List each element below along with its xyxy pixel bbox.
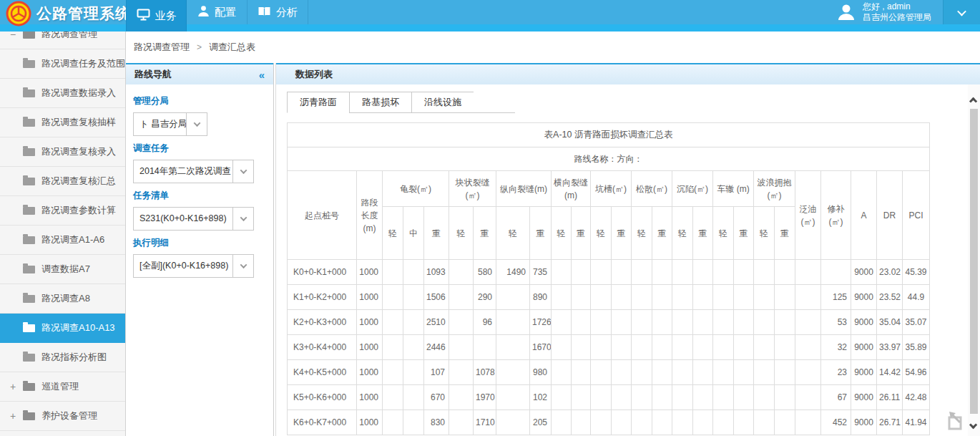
table-cell: 1000 — [357, 310, 383, 335]
severity-header: 中 — [403, 207, 424, 260]
table-cell — [449, 260, 474, 285]
tab-路基损坏[interactable]: 路基损坏 — [349, 92, 411, 113]
table-cell: 1000 — [357, 335, 383, 360]
column-header: 纵向裂缝(m) — [496, 171, 552, 207]
select-dropdown-button[interactable] — [186, 113, 207, 135]
scroll-up-button[interactable] — [968, 93, 980, 107]
tab-沿线设施[interactable]: 沿线设施 — [411, 92, 474, 113]
table-cell — [449, 410, 474, 435]
top-nav-配置[interactable]: 配置 — [187, 0, 248, 24]
sidebar-item-路况调查数据录入[interactable]: 路况调查数据录入 — [0, 79, 125, 108]
table-cell — [632, 360, 652, 385]
table-cell — [693, 310, 713, 335]
select-调查任务[interactable]: 2014年第二次路况调查 — [133, 160, 254, 183]
select-管理分局[interactable]: ト 昌吉分局 — [133, 112, 207, 136]
top-nav-业务[interactable]: 业务 — [126, 0, 187, 32]
sidebar-item-路况调查复核抽样[interactable]: 路况调查复核抽样 — [0, 108, 125, 137]
sidebar-item-label: 路况调查数据录入 — [41, 87, 116, 100]
table-cell: 35.89 — [903, 335, 930, 360]
expand-icon[interactable] — [946, 411, 965, 431]
table-cell — [632, 310, 652, 335]
sidebar-item-路况调查A8[interactable]: 路况调查A8 — [0, 284, 125, 314]
sidebar-item-调查数据A7[interactable]: 调查数据A7 — [0, 255, 125, 284]
tab-沥青路面[interactable]: 沥青路面 — [287, 92, 349, 113]
breadcrumb-item[interactable]: 调查汇总表 — [209, 41, 255, 54]
top-nav-label: 分析 — [276, 6, 298, 19]
sidebar-item-养护设备管理[interactable]: +养护设备管理 — [0, 402, 125, 431]
table-cell — [383, 385, 403, 410]
table-cell — [734, 310, 754, 335]
severity-header: 重 — [693, 207, 713, 260]
folder-icon — [23, 178, 35, 185]
table-cell: 41.94 — [903, 410, 930, 435]
table-cell — [693, 335, 713, 360]
severity-header: 重 — [775, 207, 795, 260]
table-cell — [632, 260, 652, 285]
column-header: 起点桩号 — [288, 171, 357, 260]
select-dropdown-button[interactable] — [232, 255, 253, 277]
data-list-title: 数据列表 — [295, 68, 333, 81]
chevron-down-icon — [240, 261, 247, 268]
table-cell — [652, 260, 672, 285]
table-cell — [591, 285, 612, 310]
user-menu-button[interactable] — [943, 0, 980, 24]
folder-icon — [23, 32, 35, 39]
sidebar-item-路况调查复核汇总[interactable]: 路况调查复核汇总 — [0, 167, 125, 196]
top-nav-分析[interactable]: 分析 — [248, 0, 308, 24]
select-dropdown-button[interactable] — [232, 160, 253, 183]
table-cell — [754, 335, 775, 360]
sidebar-item-路况指标分析图[interactable]: 路况指标分析图 — [0, 343, 125, 372]
top-nav-label: 配置 — [215, 6, 236, 19]
table-cell — [403, 335, 424, 360]
table-cell: K4+0-K5+000 — [288, 360, 357, 385]
table-cell: 2446 — [424, 335, 449, 360]
table-cell — [552, 335, 572, 360]
table-cell — [496, 360, 530, 385]
table-subtitle: 路线名称：方向： — [288, 147, 930, 171]
breadcrumb-item[interactable]: 路况调查管理 — [134, 41, 190, 54]
table-cell — [552, 310, 572, 335]
select-执行明细[interactable]: [全副](K0+0-K16+898) — [133, 254, 254, 278]
avatar-icon — [836, 2, 856, 22]
sidebar-item-路况调查任务及范围[interactable]: 路况调查任务及范围 — [0, 49, 125, 79]
sidebar-item-路况调查复核录入[interactable]: 路况调查复核录入 — [0, 137, 125, 167]
collapse-panel-icon[interactable]: « — [259, 69, 265, 81]
column-header: 坑槽(㎡) — [591, 171, 632, 207]
table-cell — [672, 335, 693, 360]
table-cell: 44.9 — [903, 285, 930, 310]
severity-header: 重 — [424, 207, 449, 260]
severity-header: 轻 — [632, 207, 652, 260]
table-cell — [775, 260, 795, 285]
sidebar-item-路况调查参数计算[interactable]: 路况调查参数计算 — [0, 196, 125, 226]
sidebar-item-路况调查管理[interactable]: −路况调查管理 — [0, 32, 125, 49]
folder-icon — [23, 60, 35, 68]
table-cell: 290 — [474, 285, 496, 310]
table-cell: 14.42 — [877, 360, 903, 385]
table-cell — [821, 260, 851, 285]
table-cell — [713, 410, 734, 435]
scrollbar-thumb[interactable] — [970, 109, 978, 414]
table-cell — [672, 260, 693, 285]
vertical-scrollbar[interactable] — [968, 84, 980, 436]
table-cell — [449, 335, 474, 360]
table-cell — [383, 260, 403, 285]
sidebar-item-路况调查A10-A13[interactable]: 路况调查A10-A13 — [0, 314, 125, 343]
severity-header: 轻 — [591, 207, 612, 260]
table-subtitle-row: 路线名称：方向： — [288, 147, 930, 171]
user-info[interactable]: 您好 , admin 昌吉州公路管理局 — [836, 0, 943, 24]
book-icon — [258, 6, 271, 19]
select-dropdown-button[interactable] — [232, 208, 253, 230]
table-cell — [403, 385, 424, 410]
table-cell — [383, 335, 403, 360]
scroll-down-button[interactable] — [968, 419, 980, 433]
table-cell — [552, 385, 572, 410]
sidebar-item-路况调查A1-A6[interactable]: 路况调查A1-A6 — [0, 226, 125, 255]
column-header: 沉陷(㎡) — [672, 171, 713, 207]
table-cell: 23 — [821, 360, 851, 385]
table-cell — [496, 335, 530, 360]
table-row: K6+0-K7+00010008301710205452900026.7141.… — [288, 410, 930, 435]
table-cell: 1000 — [357, 260, 383, 285]
sidebar-item-label: 路况调查复核抽样 — [41, 116, 116, 129]
select-任务清单[interactable]: S231(K0+0-K16+898) — [133, 207, 254, 231]
sidebar-item-巡道管理[interactable]: +巡道管理 — [0, 372, 125, 402]
